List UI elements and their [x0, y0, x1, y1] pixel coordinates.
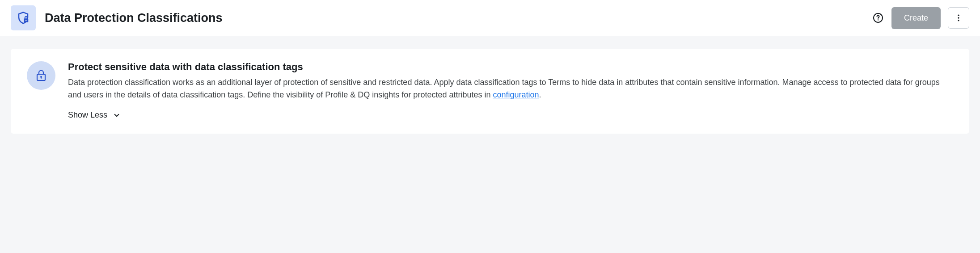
header-right-group: Create: [872, 7, 969, 29]
info-content: Protect sensitive data with data classif…: [68, 61, 953, 120]
content-area: Protect sensitive data with data classif…: [0, 36, 980, 146]
help-icon: [873, 13, 883, 23]
header-left-group: Data Protection Classifications: [11, 5, 223, 30]
more-menu-button[interactable]: [948, 7, 969, 29]
svg-point-4: [958, 15, 959, 16]
show-less-toggle[interactable]: Show Less: [68, 110, 953, 120]
lock-icon: [36, 69, 46, 82]
help-button[interactable]: [872, 12, 884, 24]
page-icon-box: [11, 5, 36, 30]
svg-rect-9: [41, 77, 42, 79]
more-vertical-icon: [954, 13, 963, 22]
info-icon-circle: [27, 61, 55, 90]
info-description-part2: .: [539, 90, 541, 99]
shield-lock-icon: [17, 11, 30, 25]
configuration-link[interactable]: configuration: [493, 90, 539, 99]
svg-point-1: [25, 20, 27, 21]
svg-point-6: [958, 20, 959, 21]
info-description: Data protection classification works as …: [68, 76, 953, 101]
info-title: Protect sensitive data with data classif…: [68, 61, 953, 73]
info-card: Protect sensitive data with data classif…: [11, 49, 969, 134]
show-less-label: Show Less: [68, 110, 107, 120]
chevron-down-icon: [113, 111, 121, 119]
svg-point-3: [878, 19, 879, 20]
page-title: Data Protection Classifications: [45, 11, 223, 25]
create-button[interactable]: Create: [891, 7, 941, 29]
page-header: Data Protection Classifications Create: [0, 0, 980, 36]
svg-point-5: [958, 17, 959, 18]
